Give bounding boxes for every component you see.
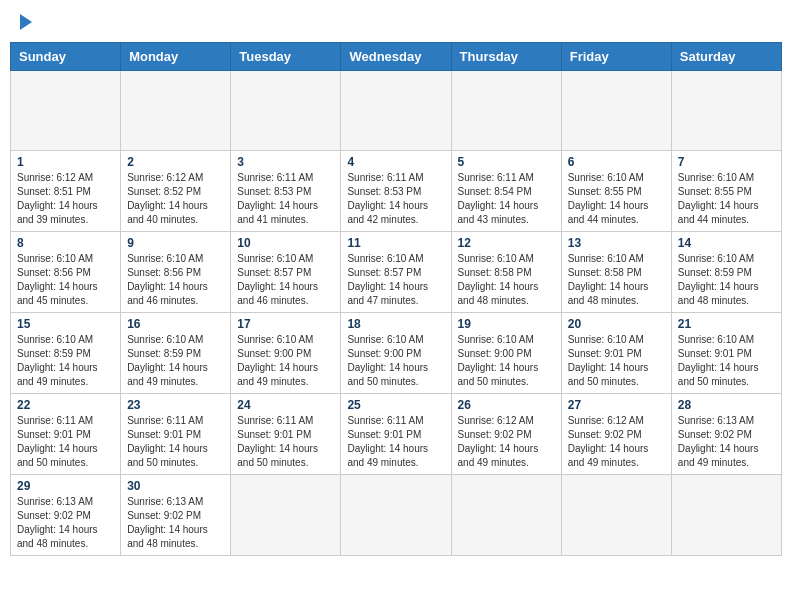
- calendar-cell: 20Sunrise: 6:10 AMSunset: 9:01 PMDayligh…: [561, 313, 671, 394]
- calendar-cell: 29Sunrise: 6:13 AMSunset: 9:02 PMDayligh…: [11, 475, 121, 556]
- calendar-cell: 16Sunrise: 6:10 AMSunset: 8:59 PMDayligh…: [121, 313, 231, 394]
- cell-content: Sunrise: 6:10 AMSunset: 8:57 PMDaylight:…: [237, 252, 334, 308]
- day-number: 28: [678, 398, 775, 412]
- column-header-saturday: Saturday: [671, 43, 781, 71]
- calendar-cell: 14Sunrise: 6:10 AMSunset: 8:59 PMDayligh…: [671, 232, 781, 313]
- cell-content: Sunrise: 6:10 AMSunset: 9:01 PMDaylight:…: [678, 333, 775, 389]
- calendar-cell: 18Sunrise: 6:10 AMSunset: 9:00 PMDayligh…: [341, 313, 451, 394]
- cell-content: Sunrise: 6:13 AMSunset: 9:02 PMDaylight:…: [678, 414, 775, 470]
- day-number: 2: [127, 155, 224, 169]
- week-row-2: 1Sunrise: 6:12 AMSunset: 8:51 PMDaylight…: [11, 151, 782, 232]
- day-number: 11: [347, 236, 444, 250]
- calendar-cell: [561, 475, 671, 556]
- cell-content: Sunrise: 6:12 AMSunset: 9:02 PMDaylight:…: [568, 414, 665, 470]
- cell-content: Sunrise: 6:10 AMSunset: 8:57 PMDaylight:…: [347, 252, 444, 308]
- calendar-cell: [231, 71, 341, 151]
- column-header-monday: Monday: [121, 43, 231, 71]
- cell-content: Sunrise: 6:10 AMSunset: 8:59 PMDaylight:…: [127, 333, 224, 389]
- week-row-4: 15Sunrise: 6:10 AMSunset: 8:59 PMDayligh…: [11, 313, 782, 394]
- calendar-cell: 17Sunrise: 6:10 AMSunset: 9:00 PMDayligh…: [231, 313, 341, 394]
- column-header-wednesday: Wednesday: [341, 43, 451, 71]
- day-number: 22: [17, 398, 114, 412]
- day-number: 23: [127, 398, 224, 412]
- cell-content: Sunrise: 6:11 AMSunset: 9:01 PMDaylight:…: [17, 414, 114, 470]
- logo-arrow-icon: [20, 14, 32, 30]
- column-header-friday: Friday: [561, 43, 671, 71]
- calendar-cell: 23Sunrise: 6:11 AMSunset: 9:01 PMDayligh…: [121, 394, 231, 475]
- calendar-cell: 12Sunrise: 6:10 AMSunset: 8:58 PMDayligh…: [451, 232, 561, 313]
- cell-content: Sunrise: 6:10 AMSunset: 8:59 PMDaylight:…: [17, 333, 114, 389]
- calendar-cell: 13Sunrise: 6:10 AMSunset: 8:58 PMDayligh…: [561, 232, 671, 313]
- day-number: 4: [347, 155, 444, 169]
- day-number: 30: [127, 479, 224, 493]
- day-number: 12: [458, 236, 555, 250]
- day-number: 19: [458, 317, 555, 331]
- cell-content: Sunrise: 6:11 AMSunset: 9:01 PMDaylight:…: [237, 414, 334, 470]
- calendar-cell: [11, 71, 121, 151]
- cell-content: Sunrise: 6:10 AMSunset: 8:56 PMDaylight:…: [17, 252, 114, 308]
- column-header-sunday: Sunday: [11, 43, 121, 71]
- day-number: 21: [678, 317, 775, 331]
- calendar-cell: 2Sunrise: 6:12 AMSunset: 8:52 PMDaylight…: [121, 151, 231, 232]
- logo: [18, 14, 32, 30]
- day-number: 26: [458, 398, 555, 412]
- calendar-cell: 4Sunrise: 6:11 AMSunset: 8:53 PMDaylight…: [341, 151, 451, 232]
- cell-content: Sunrise: 6:10 AMSunset: 9:01 PMDaylight:…: [568, 333, 665, 389]
- calendar-cell: 11Sunrise: 6:10 AMSunset: 8:57 PMDayligh…: [341, 232, 451, 313]
- week-row-5: 22Sunrise: 6:11 AMSunset: 9:01 PMDayligh…: [11, 394, 782, 475]
- cell-content: Sunrise: 6:10 AMSunset: 9:00 PMDaylight:…: [347, 333, 444, 389]
- cell-content: Sunrise: 6:12 AMSunset: 8:52 PMDaylight:…: [127, 171, 224, 227]
- calendar-cell: [341, 71, 451, 151]
- cell-content: Sunrise: 6:10 AMSunset: 8:58 PMDaylight:…: [458, 252, 555, 308]
- calendar-cell: 10Sunrise: 6:10 AMSunset: 8:57 PMDayligh…: [231, 232, 341, 313]
- calendar-cell: 7Sunrise: 6:10 AMSunset: 8:55 PMDaylight…: [671, 151, 781, 232]
- calendar-cell: 8Sunrise: 6:10 AMSunset: 8:56 PMDaylight…: [11, 232, 121, 313]
- calendar-cell: [451, 475, 561, 556]
- calendar-cell: 19Sunrise: 6:10 AMSunset: 9:00 PMDayligh…: [451, 313, 561, 394]
- day-number: 14: [678, 236, 775, 250]
- cell-content: Sunrise: 6:12 AMSunset: 9:02 PMDaylight:…: [458, 414, 555, 470]
- day-number: 18: [347, 317, 444, 331]
- cell-content: Sunrise: 6:10 AMSunset: 8:58 PMDaylight:…: [568, 252, 665, 308]
- week-row-1: [11, 71, 782, 151]
- calendar-cell: [671, 71, 781, 151]
- day-number: 29: [17, 479, 114, 493]
- day-number: 25: [347, 398, 444, 412]
- page-header: [10, 10, 782, 34]
- day-number: 15: [17, 317, 114, 331]
- cell-content: Sunrise: 6:11 AMSunset: 8:53 PMDaylight:…: [347, 171, 444, 227]
- cell-content: Sunrise: 6:11 AMSunset: 9:01 PMDaylight:…: [347, 414, 444, 470]
- calendar-cell: [121, 71, 231, 151]
- day-number: 13: [568, 236, 665, 250]
- day-number: 3: [237, 155, 334, 169]
- day-number: 6: [568, 155, 665, 169]
- day-number: 8: [17, 236, 114, 250]
- cell-content: Sunrise: 6:11 AMSunset: 8:54 PMDaylight:…: [458, 171, 555, 227]
- day-number: 5: [458, 155, 555, 169]
- week-row-6: 29Sunrise: 6:13 AMSunset: 9:02 PMDayligh…: [11, 475, 782, 556]
- calendar-table: SundayMondayTuesdayWednesdayThursdayFrid…: [10, 42, 782, 556]
- calendar-cell: 27Sunrise: 6:12 AMSunset: 9:02 PMDayligh…: [561, 394, 671, 475]
- calendar-cell: 25Sunrise: 6:11 AMSunset: 9:01 PMDayligh…: [341, 394, 451, 475]
- calendar-cell: 30Sunrise: 6:13 AMSunset: 9:02 PMDayligh…: [121, 475, 231, 556]
- calendar-cell: 3Sunrise: 6:11 AMSunset: 8:53 PMDaylight…: [231, 151, 341, 232]
- day-number: 10: [237, 236, 334, 250]
- calendar-cell: 28Sunrise: 6:13 AMSunset: 9:02 PMDayligh…: [671, 394, 781, 475]
- day-number: 24: [237, 398, 334, 412]
- cell-content: Sunrise: 6:10 AMSunset: 8:59 PMDaylight:…: [678, 252, 775, 308]
- calendar-cell: 5Sunrise: 6:11 AMSunset: 8:54 PMDaylight…: [451, 151, 561, 232]
- calendar-header-row: SundayMondayTuesdayWednesdayThursdayFrid…: [11, 43, 782, 71]
- cell-content: Sunrise: 6:11 AMSunset: 8:53 PMDaylight:…: [237, 171, 334, 227]
- calendar-cell: [341, 475, 451, 556]
- calendar-cell: 9Sunrise: 6:10 AMSunset: 8:56 PMDaylight…: [121, 232, 231, 313]
- day-number: 9: [127, 236, 224, 250]
- calendar-cell: 15Sunrise: 6:10 AMSunset: 8:59 PMDayligh…: [11, 313, 121, 394]
- day-number: 7: [678, 155, 775, 169]
- column-header-thursday: Thursday: [451, 43, 561, 71]
- cell-content: Sunrise: 6:10 AMSunset: 8:55 PMDaylight:…: [568, 171, 665, 227]
- cell-content: Sunrise: 6:13 AMSunset: 9:02 PMDaylight:…: [17, 495, 114, 551]
- logo-blue-text: [18, 14, 32, 30]
- day-number: 17: [237, 317, 334, 331]
- day-number: 1: [17, 155, 114, 169]
- calendar-cell: [231, 475, 341, 556]
